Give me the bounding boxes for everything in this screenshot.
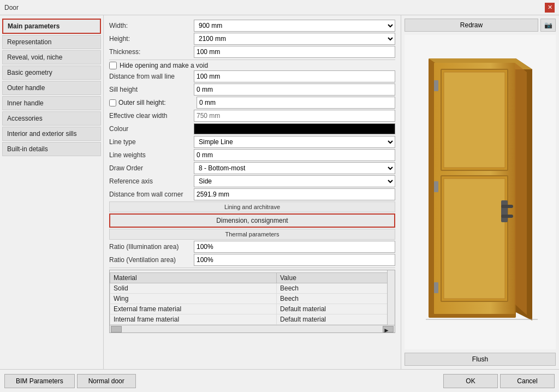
width-label: Width:	[109, 22, 194, 29]
table-row: Internal frame materialDefault material	[110, 314, 395, 325]
colour-control	[194, 123, 395, 134]
outer-sill-row: Outer sill height:	[109, 97, 395, 109]
draw-order-row: Draw Order 8 - Bottom-most	[109, 162, 395, 174]
preview-panel: Redraw 📷	[401, 15, 559, 369]
effective-width-control	[194, 110, 395, 122]
outer-sill-input[interactable]	[197, 97, 395, 109]
line-weights-label: Line weights	[109, 151, 194, 159]
colour-swatch[interactable]	[194, 123, 395, 134]
svg-rect-5	[444, 72, 505, 168]
ratio-ventilation-control	[194, 254, 395, 266]
ratio-ventilation-input[interactable]	[194, 254, 395, 266]
svg-rect-11	[434, 80, 438, 91]
door-type-button[interactable]: Normal door	[77, 374, 136, 388]
thickness-input[interactable]	[194, 46, 395, 58]
svg-marker-14	[515, 63, 527, 315]
footer-right: OK Cancel	[443, 374, 555, 388]
height-select[interactable]: 2100 mm	[194, 33, 395, 45]
reference-axis-select[interactable]: Side	[194, 175, 395, 187]
dialog-footer: BIM Parameters Normal door OK Cancel	[0, 369, 559, 392]
reference-axis-label: Reference axis	[109, 177, 194, 185]
sidebar: Main parametersRepresentationReveal, voi…	[0, 15, 104, 369]
dimension-section-btn[interactable]: Dimension, consignment	[109, 213, 395, 228]
distance-wall-label: Distance from wall line	[109, 73, 194, 80]
ok-button[interactable]: OK	[443, 374, 498, 388]
sidebar-item-accessories[interactable]: Accessories	[2, 111, 101, 126]
distance-wall-input[interactable]	[194, 70, 395, 82]
line-weights-input[interactable]	[194, 149, 395, 161]
window-title: Door	[4, 4, 19, 11]
hscroll-right[interactable]: ►	[383, 326, 394, 332]
distance-wall-row: Distance from wall line	[109, 70, 395, 82]
thermal-section-btn[interactable]: Thermal parameters	[109, 229, 395, 240]
sill-height-row: Sill height	[109, 84, 395, 96]
cancel-button[interactable]: Cancel	[500, 374, 555, 388]
outer-sill-checkbox[interactable]	[109, 99, 116, 106]
close-button[interactable]: ✕	[545, 3, 555, 13]
distance-corner-control	[194, 188, 395, 200]
svg-rect-12	[434, 181, 438, 192]
flush-button[interactable]: Flush	[405, 353, 556, 366]
materials-hscrollbar[interactable]: ►	[110, 325, 395, 332]
sill-height-control	[194, 84, 395, 96]
materials-container: Material Value SolidBeechWingBeechExtern…	[109, 270, 395, 333]
bim-parameters-button[interactable]: BIM Parameters	[4, 374, 75, 388]
ratio-illumination-row: Ratio (Illumination area)	[109, 241, 395, 253]
distance-corner-label: Distance from wall corner	[109, 191, 194, 198]
sidebar-item-basic-geometry[interactable]: Basic geometry	[2, 66, 101, 80]
hscroll-left[interactable]	[111, 326, 122, 332]
width-row: Width: 900 mm	[109, 20, 395, 32]
hide-opening-checkbox[interactable]	[109, 62, 117, 69]
width-select[interactable]: 900 mm	[194, 20, 395, 32]
thickness-label: Thickness:	[109, 48, 194, 56]
reference-axis-row: Reference axis Side	[109, 175, 395, 187]
materials-scroll-area[interactable]: Material Value SolidBeechWingBeechExtern…	[110, 270, 395, 325]
sill-height-label: Sill height	[109, 86, 194, 93]
ratio-illumination-control	[194, 241, 395, 253]
material-cell: Wing	[110, 294, 277, 304]
line-type-control: Simple Line	[194, 136, 395, 148]
door-preview	[405, 35, 556, 349]
line-type-select[interactable]: Simple Line	[194, 136, 395, 148]
value-cell: Beech	[277, 294, 395, 304]
main-content: Width: 900 mm Height: 2100 mm Thickn	[104, 15, 401, 369]
svg-rect-7	[444, 179, 505, 299]
sidebar-item-main-parameters[interactable]: Main parameters	[2, 19, 101, 34]
value-cell: Beech	[277, 283, 395, 294]
ratio-illumination-input[interactable]	[194, 241, 395, 253]
height-row: Height: 2100 mm	[109, 33, 395, 45]
distance-corner-input[interactable]	[194, 188, 395, 200]
height-control: 2100 mm	[194, 33, 395, 45]
line-weights-row: Line weights	[109, 149, 395, 161]
height-label: Height:	[109, 35, 194, 43]
redraw-button[interactable]: Redraw	[405, 19, 538, 32]
width-control: 900 mm	[194, 20, 395, 32]
camera-icon-button[interactable]: 📷	[540, 19, 556, 32]
distance-corner-row: Distance from wall corner	[109, 188, 395, 200]
ratio-ventilation-row: Ratio (Ventilation area)	[109, 254, 395, 266]
table-row: SolidBeech	[110, 283, 395, 294]
divider-1	[109, 60, 395, 60]
dialog-body: Main parametersRepresentationReveal, voi…	[0, 15, 559, 369]
lining-section-btn[interactable]: Lining and architrave	[109, 201, 395, 212]
sidebar-item-inner-handle[interactable]: Inner handle	[2, 96, 101, 110]
materials-scrollbar[interactable]	[387, 270, 395, 325]
effective-width-label: Effective clear width	[109, 112, 194, 120]
sidebar-item-built-in-details[interactable]: Built-in details	[2, 142, 101, 156]
material-cell: External frame material	[110, 304, 277, 314]
thickness-control	[194, 46, 395, 58]
thickness-row: Thickness:	[109, 46, 395, 58]
effective-width-row: Effective clear width	[109, 110, 395, 122]
draw-order-select[interactable]: 8 - Bottom-most	[194, 162, 395, 174]
sidebar-item-reveal-void-niche[interactable]: Reveal, void, niche	[2, 50, 101, 64]
sidebar-item-representation[interactable]: Representation	[2, 35, 101, 49]
sidebar-item-outer-handle[interactable]: Outer handle	[2, 81, 101, 95]
sill-height-input[interactable]	[194, 84, 395, 96]
svg-rect-13	[434, 282, 438, 293]
svg-rect-9	[501, 205, 513, 208]
colour-label: Colour	[109, 125, 194, 133]
outer-sill-label-group: Outer sill height:	[109, 99, 194, 106]
materials-table: Material Value SolidBeechWingBeechExtern…	[110, 272, 395, 325]
sidebar-item-interior-exterior-sills[interactable]: Interior and exterior sills	[2, 127, 101, 141]
outer-sill-control	[197, 97, 395, 109]
